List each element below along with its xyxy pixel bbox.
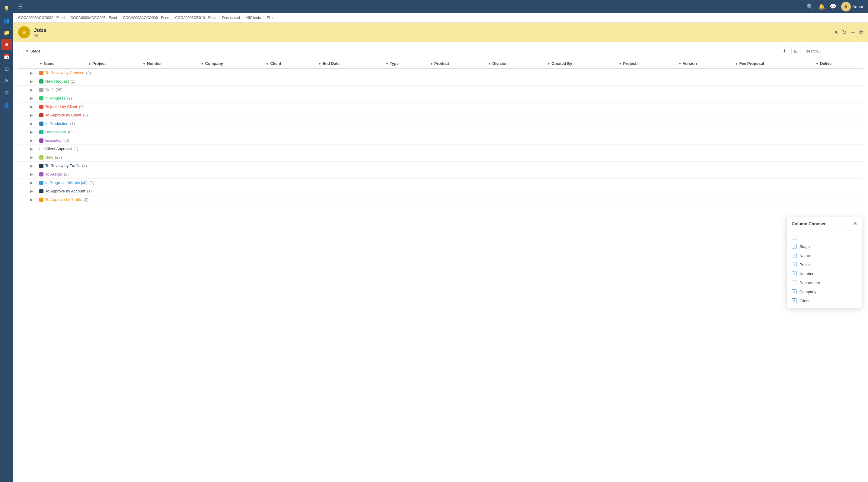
col-header-version[interactable]: ▼Version — [675, 59, 732, 68]
col-header-created-by[interactable]: ▼Created By — [544, 59, 615, 68]
col-header-name[interactable]: ▼Name — [36, 59, 85, 68]
row-name-cell[interactable]: Execution (2) — [36, 136, 863, 145]
row-name-cell[interactable]: Client Approval (1) — [36, 145, 863, 153]
row-select-cell[interactable] — [18, 120, 27, 128]
row-toggle-cell[interactable]: ▶ — [27, 86, 36, 94]
row-toggle-cell[interactable]: ▶ — [27, 195, 36, 204]
row-toggle-cell[interactable]: ▶ — [27, 179, 36, 187]
chooser-item[interactable]: ✓ Stage — [787, 242, 862, 251]
row-name-cell[interactable]: New Request (1) — [36, 77, 863, 86]
close-action-icon[interactable]: ✕ — [834, 29, 838, 36]
row-toggle-cell[interactable]: ▶ — [27, 128, 36, 136]
search-input[interactable] — [803, 47, 863, 55]
row-name-cell[interactable]: Draft (26) — [36, 86, 863, 94]
row-name-cell[interactable]: In Progress (9) — [36, 94, 863, 102]
breadcrumb-item[interactable]: COCA0003ACCO005 - Feed — [70, 16, 117, 20]
table-row[interactable]: ▶ In Progress (9) — [18, 94, 863, 102]
col-header-end-date[interactable]: ↑▼End Date — [312, 59, 382, 68]
row-toggle-cell[interactable]: ▶ — [27, 145, 36, 153]
col-header-fee-proposal[interactable]: ▼Fee Proposal — [732, 59, 812, 68]
sidebar-item-users[interactable]: 👥 — [1, 15, 12, 26]
breadcrumb-item[interactable]: COCA0003CR010 - Feed — [175, 16, 216, 20]
chooser-item[interactable]: ✓ Client — [787, 296, 862, 305]
row-toggle-cell[interactable]: ▶ — [27, 111, 36, 120]
chooser-item[interactable]: Department — [787, 278, 862, 287]
chooser-item[interactable]: ✓ Number — [787, 269, 862, 278]
chat-icon[interactable]: 💬 — [830, 3, 836, 10]
row-expand-icon[interactable]: ▶ — [30, 147, 33, 151]
chooser-item-empty[interactable] — [787, 233, 862, 242]
row-select-cell[interactable] — [18, 162, 27, 170]
row-name-cell[interactable]: New (27) — [36, 153, 863, 162]
row-expand-icon[interactable]: ▶ — [30, 79, 33, 84]
sidebar-item-person[interactable]: 👤 — [1, 100, 12, 110]
row-expand-icon[interactable]: ▶ — [30, 172, 33, 176]
col-header-number[interactable]: ▼Number — [140, 59, 198, 68]
sidebar-item-lightbulb[interactable]: 💡 — [1, 3, 12, 14]
row-toggle-cell[interactable]: ▶ — [27, 170, 36, 179]
table-row[interactable]: ▶ Execution (2) — [18, 136, 863, 145]
row-select-cell[interactable] — [18, 179, 27, 187]
row-select-cell[interactable] — [18, 145, 27, 153]
chooser-item[interactable]: ✓ Project — [787, 260, 862, 269]
row-expand-icon[interactable]: ▶ — [30, 138, 33, 143]
row-select-cell[interactable] — [18, 94, 27, 102]
column-chooser-close-button[interactable]: ✕ — [853, 221, 857, 227]
breadcrumb-item[interactable]: COCA0003ACCO006 - Feed — [123, 16, 169, 20]
chooser-checkbox[interactable]: ✓ — [792, 244, 797, 249]
sidebar-item-calendar[interactable]: 📅 — [1, 51, 12, 62]
row-expand-icon[interactable]: ▶ — [30, 113, 33, 117]
table-row[interactable]: ▶ Client Approval (1) — [18, 145, 863, 153]
sidebar-item-copy[interactable]: ⧉ — [1, 88, 12, 98]
row-toggle-cell[interactable]: ▶ — [27, 102, 36, 111]
table-row[interactable]: ▶ To Approve by Account (1) — [18, 187, 863, 195]
row-name-cell[interactable]: Rejected by Client (2) — [36, 102, 863, 111]
col-header-company[interactable]: ▼Company — [198, 59, 263, 68]
table-row[interactable]: ▶ New (27) — [18, 153, 863, 162]
row-expand-icon[interactable]: ▶ — [30, 71, 33, 75]
chooser-checkbox[interactable]: ✓ — [792, 271, 797, 276]
col-header-product[interactable]: ▼Product — [427, 59, 485, 68]
row-expand-icon[interactable]: ▶ — [30, 88, 33, 92]
table-row[interactable]: ▶ To Review by Traffic (4) — [18, 162, 863, 170]
col-header-project[interactable]: ▼Project — [85, 59, 140, 68]
table-row[interactable]: ▶ New Request (1) — [18, 77, 863, 86]
row-name-cell[interactable]: In Production (1) — [36, 120, 863, 128]
chooser-item[interactable]: ✓ Name — [787, 251, 862, 260]
col-header-division[interactable]: ▼Division — [485, 59, 544, 68]
chooser-checkbox-empty[interactable] — [792, 235, 797, 240]
breadcrumb-item[interactable]: COCA0003ACCO002 - Feed — [18, 16, 65, 20]
table-row[interactable]: ▶ Rejected by Client (2) — [18, 102, 863, 111]
row-name-cell[interactable]: To Review by Creative (3) — [36, 68, 863, 77]
chooser-checkbox[interactable]: ✓ — [792, 298, 797, 303]
back-action-icon[interactable]: ← — [850, 29, 856, 36]
chooser-checkbox[interactable]: ✓ — [792, 253, 797, 258]
col-header-expand[interactable] — [27, 59, 36, 68]
row-expand-icon[interactable]: ▶ — [30, 198, 33, 202]
table-row[interactable]: ▶ Unassigned (8) — [18, 128, 863, 136]
row-expand-icon[interactable]: ▶ — [30, 130, 33, 134]
row-expand-icon[interactable]: ▶ — [30, 164, 33, 168]
row-select-cell[interactable] — [18, 111, 27, 120]
row-expand-icon[interactable]: ▶ — [30, 155, 33, 160]
row-toggle-cell[interactable]: ▶ — [27, 136, 36, 145]
col-header-type[interactable]: ▼Type — [382, 59, 427, 68]
row-select-cell[interactable] — [18, 102, 27, 111]
row-name-cell[interactable]: To Approve by Traffic (2) — [36, 195, 863, 204]
table-row[interactable]: ▶ To Approve by Client (3) — [18, 111, 863, 120]
chooser-item[interactable]: ✓ Company — [787, 287, 862, 296]
table-row[interactable]: ▶ In Progress (billable job) (1) — [18, 179, 863, 187]
menu-icon[interactable]: ☰ — [18, 3, 23, 10]
refresh-action-icon[interactable]: ↻ — [842, 29, 846, 36]
sidebar-item-grid[interactable]: ⊞ — [1, 63, 12, 74]
breadcrumb-item[interactable]: Dashboard — [222, 16, 240, 20]
row-toggle-cell[interactable]: ▶ — [27, 153, 36, 162]
col-header-select[interactable] — [18, 59, 27, 68]
row-toggle-cell[interactable]: ▶ — [27, 187, 36, 195]
row-select-cell[interactable] — [18, 86, 27, 94]
table-row[interactable]: ▶ To Approve by Traffic (2) — [18, 195, 863, 204]
bell-icon[interactable]: 🔔 — [818, 3, 825, 10]
table-row[interactable]: ▶ In Production (1) — [18, 120, 863, 128]
row-name-cell[interactable]: Unassigned (8) — [36, 128, 863, 136]
duplicate-action-icon[interactable]: ⧉ — [859, 29, 863, 36]
